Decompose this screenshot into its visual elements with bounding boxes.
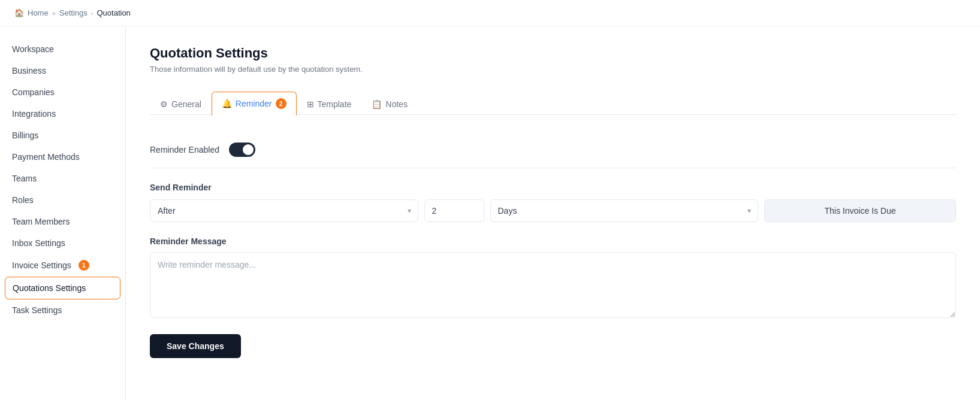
sidebar-item-integrations[interactable]: Integrations	[0, 103, 125, 125]
sidebar-item-label-business: Business	[12, 66, 46, 75]
tab-template[interactable]: ⊞Template	[297, 93, 362, 116]
reminder-message-label: Reminder Message	[150, 237, 956, 246]
tab-notes[interactable]: 📋Notes	[361, 93, 418, 116]
breadcrumb-sep-2: ›	[91, 10, 94, 17]
sidebar-badge-invoice-settings: 1	[79, 260, 89, 271]
send-reminder-label: Send Reminder	[150, 183, 956, 192]
page-subtitle: Those information will by default use by…	[150, 65, 956, 74]
sidebar-item-label-team-members: Team Members	[12, 217, 70, 226]
sidebar-item-label-task-settings: Task Settings	[12, 305, 62, 315]
save-button[interactable]: Save Changes	[150, 334, 241, 358]
sidebar-item-label-companies: Companies	[12, 87, 55, 97]
sidebar-item-invoice-settings[interactable]: Invoice Settings1	[0, 254, 125, 277]
send-reminder-row: After Before ▾ Days Weeks Months ▾ This …	[150, 199, 956, 222]
sidebar-item-quotations-settings[interactable]: Quotations Settings	[5, 277, 120, 299]
timing-select[interactable]: After Before	[150, 199, 418, 222]
breadcrumb-home[interactable]: Home	[28, 8, 49, 17]
main-content: Quotation Settings Those information wil…	[126, 26, 980, 399]
sidebar-item-label-integrations: Integrations	[12, 109, 56, 119]
breadcrumb-sep-1: »	[52, 10, 56, 17]
page-title: Quotation Settings	[150, 46, 956, 61]
sidebar-item-label-invoice-settings: Invoice Settings	[12, 260, 71, 270]
sidebar-item-label-inbox-settings: Inbox Settings	[12, 238, 65, 248]
tabs-bar: ⚙General🔔Reminder2⊞Template📋Notes	[150, 90, 956, 115]
reminder-enabled-row: Reminder Enabled	[150, 132, 956, 168]
notes-icon: 📋	[372, 99, 382, 109]
sidebar-item-label-quotations-settings: Quotations Settings	[13, 283, 86, 293]
tab-reminder[interactable]: 🔔Reminder2	[212, 92, 297, 116]
tab-label-template: Template	[318, 99, 352, 109]
breadcrumb-current: Quotation	[97, 8, 130, 17]
number-input[interactable]	[424, 199, 484, 222]
sidebar-item-label-roles: Roles	[12, 195, 34, 205]
sidebar-item-team-members[interactable]: Team Members	[0, 211, 125, 232]
due-label: This Invoice Is Due	[764, 199, 956, 222]
reminder-toggle[interactable]	[229, 143, 255, 157]
sidebar-item-business[interactable]: Business	[0, 60, 125, 81]
period-select-wrapper: Days Weeks Months ▾	[490, 199, 759, 222]
template-icon: ⊞	[307, 99, 314, 109]
sidebar-item-inbox-settings[interactable]: Inbox Settings	[0, 232, 125, 254]
sidebar-item-companies[interactable]: Companies	[0, 81, 125, 103]
reminder-message-textarea[interactable]	[150, 252, 956, 318]
sidebar: WorkspaceBusinessCompaniesIntegrationsBi…	[0, 26, 126, 399]
breadcrumb-settings[interactable]: Settings	[59, 8, 88, 17]
period-select[interactable]: Days Weeks Months	[490, 199, 759, 222]
home-icon: 🏠	[14, 8, 24, 17]
settings-icon: ⚙	[160, 99, 168, 109]
sidebar-item-roles[interactable]: Roles	[0, 189, 125, 211]
sidebar-item-task-settings[interactable]: Task Settings	[0, 299, 125, 321]
tab-label-reminder: Reminder	[236, 99, 272, 108]
sidebar-item-payment-methods[interactable]: Payment Methods	[0, 146, 125, 168]
sidebar-item-label-billings: Billings	[12, 131, 38, 140]
tab-label-general: General	[171, 99, 201, 109]
sidebar-item-workspace[interactable]: Workspace	[0, 38, 125, 60]
sidebar-item-label-teams: Teams	[12, 174, 37, 183]
breadcrumb: 🏠 Home » Settings › Quotation	[0, 0, 980, 26]
sidebar-item-label-payment-methods: Payment Methods	[12, 152, 80, 162]
sidebar-item-teams[interactable]: Teams	[0, 168, 125, 189]
tab-label-notes: Notes	[385, 99, 408, 109]
reminder-enabled-label: Reminder Enabled	[150, 145, 219, 154]
toggle-thumb	[243, 144, 254, 155]
tab-badge-reminder: 2	[276, 98, 287, 109]
sidebar-item-billings[interactable]: Billings	[0, 125, 125, 146]
timing-select-wrapper: After Before ▾	[150, 199, 418, 222]
tab-general[interactable]: ⚙General	[150, 93, 212, 116]
sidebar-item-label-workspace: Workspace	[12, 44, 54, 54]
bell-icon: 🔔	[222, 99, 232, 108]
toggle-track	[229, 143, 255, 157]
